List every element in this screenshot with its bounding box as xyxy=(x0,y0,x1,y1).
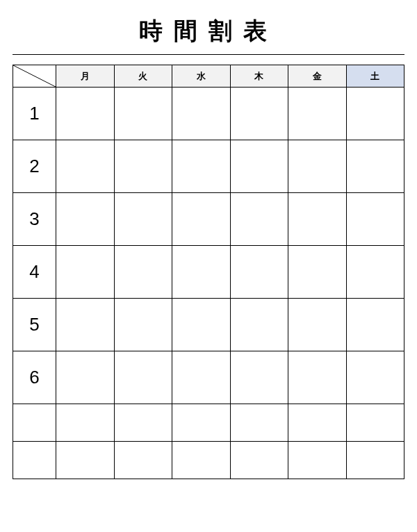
cell xyxy=(56,442,115,479)
cell xyxy=(346,88,404,140)
cell xyxy=(114,246,172,299)
page-title: 時間割表 xyxy=(13,15,404,47)
cell xyxy=(172,404,231,442)
cell xyxy=(346,299,404,351)
cell xyxy=(230,88,288,140)
cell xyxy=(288,140,347,193)
cell xyxy=(172,140,231,193)
title-underline xyxy=(13,54,404,55)
cell xyxy=(230,442,288,479)
cell xyxy=(172,246,231,299)
header-corner xyxy=(13,65,56,88)
day-header-thu: 木 xyxy=(230,65,288,88)
extra-label-2 xyxy=(13,442,56,479)
cell xyxy=(172,442,231,479)
cell xyxy=(230,299,288,351)
cell xyxy=(56,351,115,404)
cell xyxy=(56,404,115,442)
cell xyxy=(288,193,347,246)
period-label-2: 2 xyxy=(13,140,56,193)
cell xyxy=(56,88,115,140)
day-header-wed: 水 xyxy=(172,65,231,88)
cell xyxy=(56,193,115,246)
cell xyxy=(346,193,404,246)
period-label-6: 6 xyxy=(13,351,56,404)
cell xyxy=(346,140,404,193)
cell xyxy=(172,88,231,140)
period-row: 4 xyxy=(13,246,404,299)
cell xyxy=(288,442,347,479)
cell xyxy=(346,246,404,299)
cell xyxy=(114,299,172,351)
diagonal-icon xyxy=(13,65,56,87)
header-row: 月 火 水 木 金 土 xyxy=(13,65,404,88)
day-header-tue: 火 xyxy=(114,65,172,88)
period-label-5: 5 xyxy=(13,299,56,351)
svg-line-0 xyxy=(13,65,56,87)
cell xyxy=(288,404,347,442)
cell xyxy=(346,404,404,442)
cell xyxy=(114,88,172,140)
day-header-sat: 土 xyxy=(346,65,404,88)
cell xyxy=(288,351,347,404)
cell xyxy=(172,299,231,351)
period-row: 1 xyxy=(13,88,404,140)
cell xyxy=(230,351,288,404)
cell xyxy=(230,140,288,193)
cell xyxy=(172,351,231,404)
period-label-1: 1 xyxy=(13,88,56,140)
cell xyxy=(346,351,404,404)
period-row: 5 xyxy=(13,299,404,351)
cell xyxy=(288,88,347,140)
day-header-mon: 月 xyxy=(56,65,115,88)
extra-row xyxy=(13,442,404,479)
extra-label-1 xyxy=(13,404,56,442)
cell xyxy=(288,246,347,299)
cell xyxy=(288,299,347,351)
cell xyxy=(56,299,115,351)
timetable: 月 火 水 木 金 土 1 2 3 4 5 xyxy=(13,65,404,479)
cell xyxy=(346,442,404,479)
period-row: 2 xyxy=(13,140,404,193)
cell xyxy=(114,351,172,404)
cell xyxy=(114,140,172,193)
cell xyxy=(230,246,288,299)
cell xyxy=(114,404,172,442)
cell xyxy=(230,404,288,442)
cell xyxy=(114,193,172,246)
cell xyxy=(172,193,231,246)
cell xyxy=(230,193,288,246)
extra-row xyxy=(13,404,404,442)
cell xyxy=(56,140,115,193)
day-header-fri: 金 xyxy=(288,65,347,88)
period-label-3: 3 xyxy=(13,193,56,246)
period-row: 6 xyxy=(13,351,404,404)
cell xyxy=(114,442,172,479)
period-label-4: 4 xyxy=(13,246,56,299)
cell xyxy=(56,246,115,299)
period-row: 3 xyxy=(13,193,404,246)
